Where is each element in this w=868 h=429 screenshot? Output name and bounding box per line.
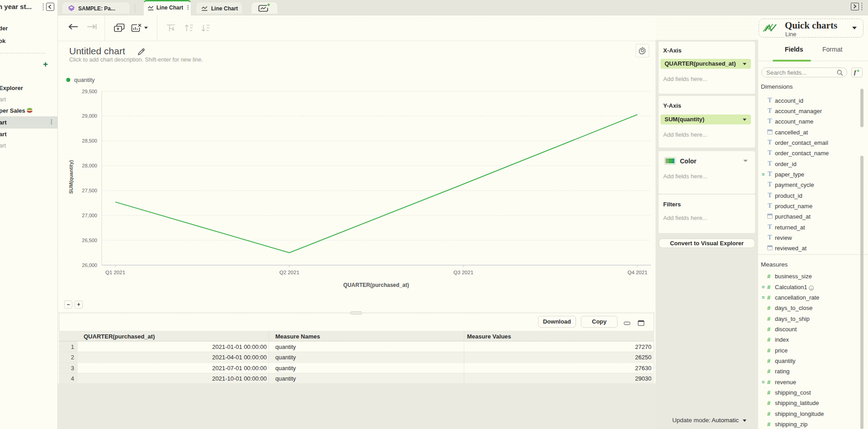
svg-text:28,500: 28,500 — [82, 138, 97, 143]
svg-text:27,500: 27,500 — [82, 188, 97, 193]
svg-text:26,000: 26,000 — [82, 262, 97, 268]
svg-text:SUM(quantity): SUM(quantity) — [68, 160, 74, 194]
svg-text:27,000: 27,000 — [82, 213, 97, 218]
svg-text:28,000: 28,000 — [82, 163, 97, 168]
svg-text:Q1 2021: Q1 2021 — [105, 270, 125, 275]
svg-text:quantity: quantity — [74, 76, 95, 83]
svg-text:QUARTER(purchased_at): QUARTER(purchased_at) — [343, 282, 409, 288]
svg-text:Q3 2021: Q3 2021 — [453, 270, 473, 275]
svg-text:29,000: 29,000 — [82, 113, 97, 119]
svg-text:Q2 2021: Q2 2021 — [279, 270, 299, 275]
svg-text:29,500: 29,500 — [82, 89, 97, 94]
svg-text:Q4 2021: Q4 2021 — [627, 270, 647, 275]
svg-text:26,500: 26,500 — [82, 238, 97, 243]
